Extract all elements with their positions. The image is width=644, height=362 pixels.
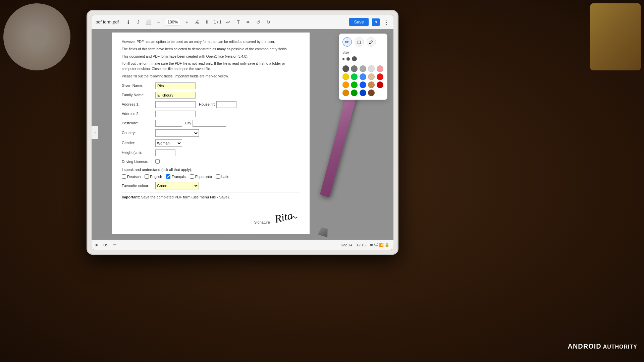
color-light-green[interactable] [351,73,358,80]
lang-francais-label: Français [171,174,185,180]
family-name-row: Family Name: [122,92,300,99]
address2-input[interactable] [155,111,196,117]
size-medium[interactable] [346,57,350,61]
download-icon[interactable]: ⬇ [204,19,210,25]
drawing-tools-row: ✏ ◻ 🖊 [342,37,384,47]
print-icon[interactable]: 🖨 [194,19,200,25]
important-text: Important: Save the completed PDF form (… [122,194,300,200]
zoom-in-icon[interactable]: + [183,19,190,25]
important-detail: Save the completed PDF form (use menu Fi… [141,195,230,199]
signature-area: Signature Rita [122,205,300,228]
toolbar: pdf form.pdf ℹ ⤴ ⬜ − 100% + 🖨 ⬇ 1 / 1 ↩ … [92,15,393,29]
intro-text3: This document and PDF form have been cre… [122,54,300,59]
color-light-blue[interactable] [360,73,366,80]
color-dark-green[interactable] [351,89,358,96]
color-dark-brown[interactable] [368,89,375,96]
lang-francais-checkbox[interactable] [166,174,170,179]
color-dark-blue[interactable] [360,89,366,96]
given-name-row: Given Name: [122,82,300,89]
color-red[interactable] [377,73,383,80]
sidebar-toggle[interactable]: › [92,126,98,139]
scroll-indicator [229,237,256,238]
laptop-screen: pdf form.pdf ℹ ⤴ ⬜ − 100% + 🖨 ⬇ 1 / 1 ↩ … [92,15,393,250]
keyboard-layout: US [103,243,108,247]
share-icon[interactable]: ⤴ [135,19,142,25]
info-icon[interactable]: ℹ [125,19,131,25]
color-skin[interactable] [368,73,375,80]
size-options [342,56,384,61]
height-label: Height (cm): [122,150,155,156]
color-dark-orange[interactable] [342,89,349,96]
lang-latin-item[interactable]: Latin [216,174,229,180]
pen-tool-button[interactable]: ✏ [342,37,352,47]
play-icon: ▶ [96,243,98,247]
back-icon[interactable]: ↩ [225,19,231,25]
languages-row: Deutsch English Français [122,174,300,180]
country-select[interactable] [155,129,199,137]
intro-text4: To fill out the form, make sure the PDF … [122,61,300,72]
redo-icon[interactable]: ↻ [265,19,272,25]
postcode-input[interactable] [155,120,182,127]
country-row: Country: [122,129,300,137]
zoom-out-icon[interactable]: − [155,19,162,25]
driving-license-label: Driving License: [122,159,155,165]
brand-aa: ANDROID [568,343,601,350]
color-yellow[interactable] [342,73,349,80]
color-light-gray[interactable] [360,65,366,72]
height-input[interactable] [155,149,175,156]
marker-tool-button[interactable]: 🖊 [367,37,376,47]
text-icon[interactable]: T [235,19,241,25]
lang-deutsch-item[interactable]: Deutsch [122,174,141,180]
eraser-tool-button[interactable]: ◻ [355,37,364,47]
more-options-icon[interactable]: ⋮ [383,18,389,26]
color-brown[interactable] [368,81,375,88]
size-label: Size [342,51,384,54]
lang-deutsch-checkbox[interactable] [122,174,126,179]
undo-icon[interactable]: ↺ [255,19,262,25]
intro-text2: The fields of this form have been select… [122,47,300,52]
intro-text5: Please fill out the following fields. Im… [122,74,300,79]
lang-latin-checkbox[interactable] [216,174,220,179]
driving-license-checkbox[interactable] [155,159,160,164]
color-dark-gray[interactable] [342,65,349,72]
favourite-colour-label: Favourite colour: [122,183,155,189]
address2-label: Address 2: [122,111,155,117]
color-dark-red[interactable] [377,81,383,88]
brand-authority: AUTHORITY [603,344,637,350]
color-blue[interactable] [360,81,366,88]
pen-icon: ✏ [113,243,116,247]
lang-esperanto-item[interactable]: Esperanto [190,174,212,180]
city-input[interactable] [193,120,226,127]
given-name-label: Given Name: [122,83,155,88]
family-name-input[interactable] [155,92,196,99]
color-medium-gray[interactable] [351,65,358,72]
lang-esperanto-checkbox[interactable] [190,174,194,179]
country-label: Country: [122,130,155,136]
stylus [316,69,336,230]
color-light-pink[interactable] [377,65,383,72]
address1-input[interactable] [155,101,196,108]
size-small[interactable] [342,58,344,60]
lang-francais-item[interactable]: Français [166,174,185,180]
gender-select[interactable]: Woman Man [155,139,182,147]
color-orange[interactable] [342,81,349,88]
favourite-colour-row: Favourite colour: Green Red Blue [122,182,300,189]
color-very-light-gray[interactable] [368,65,375,72]
size-large[interactable] [352,56,357,61]
save-dropdown-button[interactable]: ▼ [372,18,380,26]
lang-english-checkbox[interactable] [145,174,149,179]
svg-line-2 [293,216,296,218]
zoom-level[interactable]: 100% [165,19,180,25]
house-nr-input[interactable] [216,101,236,108]
lang-english-item[interactable]: English [145,174,162,180]
height-row: Height (cm): [122,149,300,156]
favourite-colour-select[interactable]: Green Red Blue [155,182,199,189]
languages-label: I speak and understand (tick all that ap… [122,167,300,173]
color-green[interactable] [351,81,358,88]
pen-tool-icon[interactable]: ✒ [245,19,252,25]
save-button[interactable]: Save [349,18,369,26]
given-name-input[interactable] [155,82,196,89]
window-icon[interactable]: ⬜ [145,19,152,25]
desk-object-left [3,3,70,70]
watermark: ANDROID AUTHORITY [568,343,637,350]
